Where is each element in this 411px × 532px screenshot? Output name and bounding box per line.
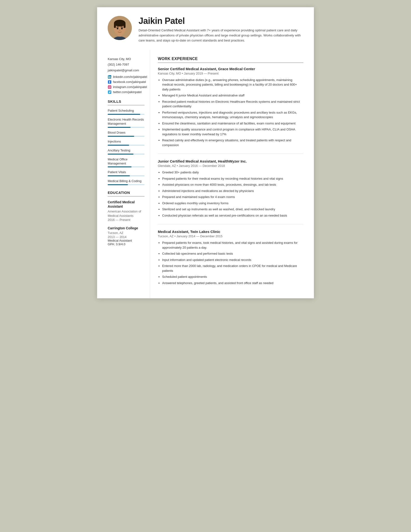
instagram-url: instagram.com/jaikinpatel	[113, 85, 147, 89]
bullet-item: Greeted 30+ patients daily	[162, 170, 303, 175]
skill-bar-bg	[108, 114, 145, 115]
bullet-item: Oversaw administrative duties (e.g., ans…	[162, 78, 303, 92]
svg-rect-5	[114, 23, 116, 28]
edu-school: Tucson, AZ	[108, 231, 145, 235]
skill-bar-fill	[108, 114, 140, 115]
bullet-item: Reacted calmly and effectively in emerge…	[162, 138, 303, 147]
bullet-item: Ordered supplies monthly using inventory…	[162, 201, 303, 206]
skill-name: Medical Office Management	[108, 157, 145, 166]
jobs-list: Senior Certified Medical Assistant, Grac…	[158, 67, 303, 292]
edu-year: 2016 — Present	[108, 218, 145, 222]
skills-list: Patient Scheduling Electronic Health Rec…	[108, 109, 145, 185]
bullet-item: Prepared patients for their medical exam…	[162, 176, 303, 181]
skill-bar-fill	[108, 136, 134, 137]
education-list: Certified Medical AssistantAmerican Asso…	[108, 200, 145, 246]
bullet-item: Entered more than 2000 lab, radiology, a…	[162, 264, 303, 273]
skill-item: Patient Scheduling	[108, 109, 145, 115]
skill-bar-bg	[108, 136, 145, 137]
edu-degree: Carrington College	[108, 226, 145, 230]
work-divider	[158, 62, 303, 63]
svg-point-17	[110, 86, 110, 86]
bullet-item: Implemented quality assurance and contro…	[162, 127, 303, 136]
skill-name: Blood Draws	[108, 131, 145, 135]
education-item: Carrington CollegeTucson, AZ2013 — 2014M…	[108, 226, 145, 246]
twitter-icon	[108, 90, 111, 94]
avatar	[108, 16, 132, 40]
bullet-item: Managed 6 junior Medical Assistant and a…	[162, 93, 303, 98]
education-divider	[108, 196, 145, 197]
social-linkedin: linkedin.com/in/jaikinpatel	[108, 75, 145, 79]
linkedin-url: linkedin.com/in/jaikinpatel	[113, 75, 147, 79]
header-info: Jaikin Patel Detail-Oriented Certified M…	[138, 16, 303, 43]
skill-name: Patient Vitals	[108, 170, 145, 174]
skill-bar-bg	[108, 175, 145, 176]
social-facebook: facebook.com/jaikinpatel	[108, 80, 145, 84]
job-title: Junior Certified Medical Assistant, Heal…	[158, 159, 303, 163]
bullet-item: Recorded patient medical histories on El…	[162, 99, 303, 109]
bullet-item: Scheduled patient appointments	[162, 275, 303, 279]
linkedin-icon	[108, 75, 111, 79]
skills-divider	[108, 105, 145, 105]
edu-degree: Certified Medical Assistant	[108, 200, 145, 209]
work-heading: WORK EXPERIENCE	[158, 57, 303, 61]
skill-bar-fill	[108, 166, 132, 167]
twitter-url: twitter.com/jaikinpatel	[113, 90, 142, 94]
skill-bar-fill	[108, 127, 131, 128]
candidate-summary: Detail-Oriented Certified Medical Assist…	[138, 28, 303, 43]
contact-location: Kansas City, MO	[108, 57, 145, 61]
bullet-item: Performed venipunctures, injections and …	[162, 110, 303, 120]
bullet-item: Sterilized and set up instruments as wel…	[162, 207, 303, 212]
skill-item: Medical Office Management	[108, 157, 145, 168]
social-twitter: twitter.com/jaikinpatel	[108, 90, 145, 94]
skill-name: Medical Billing & Coding	[108, 179, 145, 183]
bullet-item: Conducted physician referrals as well as…	[162, 213, 303, 218]
svg-rect-14	[108, 85, 111, 89]
bullet-item: Input information and updated patient el…	[162, 257, 303, 262]
bullet-item: Ensured the cleanliness, sanitation and …	[162, 121, 303, 126]
instagram-icon	[108, 85, 111, 89]
svg-point-9	[119, 30, 120, 31]
skill-bar-bg	[108, 154, 145, 155]
skill-item: Injections	[108, 140, 145, 146]
body-columns: Kansas City, MO (302) 146-7097 jaikinpat…	[97, 50, 314, 299]
facebook-icon	[108, 80, 111, 84]
skill-name: Electronic Health Records Management	[108, 118, 145, 126]
skill-item: Medical Billing & Coding	[108, 179, 145, 185]
svg-rect-6	[124, 23, 126, 28]
edu-gpa: GPA: 3.9/4.0	[108, 242, 145, 246]
bullet-item: Assisted physicians on more than 4000 te…	[162, 182, 303, 187]
main-content: WORK EXPERIENCE Senior Certified Medical…	[150, 50, 314, 299]
svg-rect-11	[109, 76, 109, 78]
job-title: Medical Assistant, Twin Lakes Clinic	[158, 230, 303, 234]
social-instagram: instagram.com/jaikinpatel	[108, 85, 145, 89]
sidebar: Kansas City, MO (302) 146-7097 jaikinpat…	[97, 50, 150, 299]
skill-item: Ancillary Testing	[108, 149, 145, 155]
job-block: Junior Certified Medical Assistant, Heal…	[158, 159, 303, 224]
skill-bar-bg	[108, 145, 145, 146]
skill-bar-fill	[108, 145, 129, 146]
skill-name: Ancillary Testing	[108, 149, 145, 153]
skill-item: Patient Vitals	[108, 170, 145, 176]
svg-point-8	[121, 28, 123, 29]
skill-bar-bg	[108, 166, 145, 167]
skill-bar-bg	[108, 184, 145, 185]
skills-heading: SKILLS	[108, 99, 145, 104]
edu-detail: Medical Assistant	[108, 239, 145, 242]
job-meta: Glendale, AZ • January 2016 — December 2…	[158, 164, 303, 168]
skill-bar-fill	[108, 184, 128, 185]
job-meta: Kansas City, MO • January 2019 — Present	[158, 72, 303, 75]
bullet-item: Collected lab specimens and performed ba…	[162, 251, 303, 256]
skill-bar-bg	[108, 127, 145, 128]
skill-item: Electronic Health Records Management	[108, 118, 145, 128]
candidate-name: Jaikin Patel	[138, 16, 303, 26]
job-block: Medical Assistant, Twin Lakes Clinic Tuc…	[158, 230, 303, 292]
job-bullets: Prepared patients for exams, took medica…	[158, 240, 303, 285]
contact-phone: (302) 146-7097	[108, 62, 145, 67]
header-section: Jaikin Patel Detail-Oriented Certified M…	[97, 7, 314, 50]
skill-bar-fill	[108, 175, 130, 176]
job-bullets: Oversaw administrative duties (e.g., ans…	[158, 78, 303, 148]
bullet-item: Prepared patients for exams, took medica…	[162, 240, 303, 250]
bullet-item: Answered telephones, greeted patients, a…	[162, 281, 303, 285]
facebook-url: facebook.com/jaikinpatel	[113, 80, 146, 84]
edu-year: 2013 — 2014	[108, 235, 145, 239]
